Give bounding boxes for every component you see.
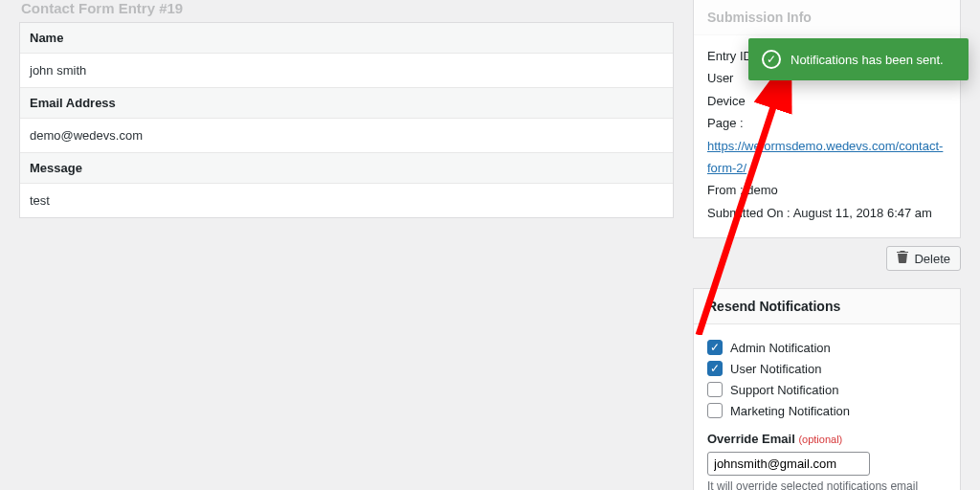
device-row: Device	[707, 90, 947, 112]
check-label: Admin Notification	[730, 341, 831, 355]
from-label: From :	[707, 183, 744, 197]
check-label: Support Notification	[730, 383, 838, 397]
resend-title: Resend Notifications	[694, 289, 960, 324]
field-label-name: Name	[20, 23, 673, 54]
override-email-label: Override Email (optional)	[707, 432, 947, 446]
checkbox-icon	[707, 403, 723, 418]
submitted-on-label: Submitted On :	[707, 206, 791, 220]
page-title: Contact Form Entry #19	[19, 0, 674, 22]
optional-text: (optional)	[798, 434, 842, 445]
from-value: demo	[746, 183, 778, 197]
check-user-notification[interactable]: User Notification	[707, 361, 947, 376]
from-row: From : demo	[707, 179, 947, 201]
override-email-input[interactable]	[707, 452, 870, 476]
trash-icon	[897, 251, 908, 266]
field-label-email: Email Address	[20, 87, 673, 119]
delete-label: Delete	[914, 252, 950, 266]
check-label: User Notification	[730, 362, 821, 376]
field-label-message: Message	[20, 152, 673, 184]
submitted-on-row: Submitted On : August 11, 2018 6:47 am	[707, 202, 947, 224]
user-label: User	[707, 71, 733, 85]
page-label: Page :	[707, 116, 744, 130]
checkbox-icon	[707, 361, 723, 376]
toast-message: Notifications has been sent.	[791, 53, 944, 67]
override-helper: It will override selected notifications …	[707, 479, 947, 490]
submitted-on-value: August 11, 2018 6:47 am	[793, 206, 932, 220]
submission-info-title: Submission Info	[694, 0, 960, 35]
delete-button[interactable]: Delete	[886, 246, 961, 271]
check-admin-notification[interactable]: Admin Notification	[707, 340, 947, 355]
device-label: Device	[707, 94, 746, 108]
resend-notifications-panel: Resend Notifications Admin Notification …	[693, 288, 961, 490]
field-value-name: john smith	[20, 54, 673, 87]
success-toast: ✓ Notifications has been sent.	[748, 38, 969, 80]
check-support-notification[interactable]: Support Notification	[707, 382, 947, 397]
page-link[interactable]: https://weformsdemo.wedevs.com/contact-f…	[707, 139, 943, 175]
entry-details-box: Name john smith Email Address demo@wedev…	[19, 22, 674, 218]
field-value-message: test	[20, 184, 673, 217]
checkbox-icon	[707, 340, 723, 355]
field-value-email: demo@wedevs.com	[20, 119, 673, 152]
check-marketing-notification[interactable]: Marketing Notification	[707, 403, 947, 418]
page-row: Page : https://weformsdemo.wedevs.com/co…	[707, 112, 947, 179]
check-label: Marketing Notification	[730, 404, 850, 418]
checkbox-icon	[707, 382, 723, 397]
check-icon: ✓	[762, 50, 781, 69]
